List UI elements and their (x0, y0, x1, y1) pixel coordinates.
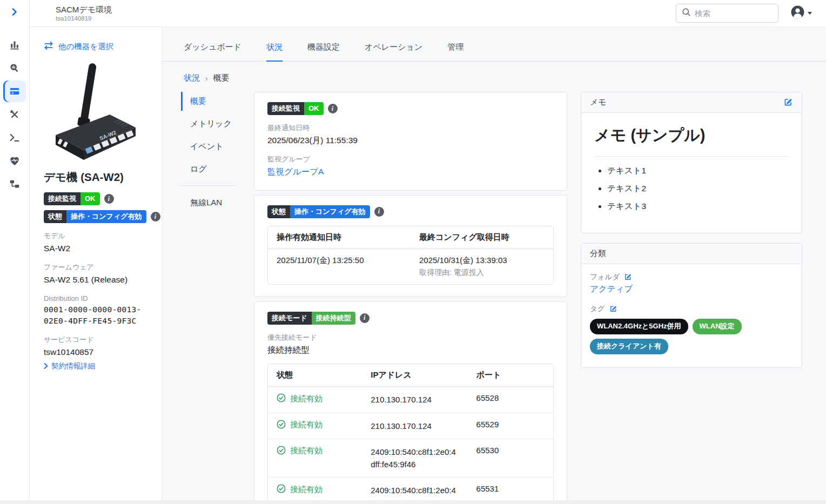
service-code-label: サービスコード (44, 335, 152, 345)
memo-list: テキスト1 テキスト2 テキスト3 (607, 165, 789, 212)
chevron-down-icon (808, 12, 812, 15)
breadcrumb-parent-link[interactable]: 状況 (184, 73, 200, 83)
monitor-group-link[interactable]: 監視グループA (267, 167, 324, 176)
preferred-mode-label: 優先接続モード (267, 333, 554, 342)
select-other-device-link[interactable]: 他の機器を選択 (44, 41, 152, 52)
rail-item-tools[interactable] (3, 104, 26, 125)
swap-icon (44, 41, 53, 52)
search-icon (682, 8, 691, 19)
device-card-icon (9, 85, 21, 97)
info-icon[interactable] (151, 212, 160, 221)
firmware-label: ファームウェア (44, 263, 152, 272)
subnav-wireless-lan[interactable]: 無線LAN (181, 193, 235, 212)
device-sidebar: 他の機器を選択 SA-W2 デモ機 (SA-W2) (30, 27, 162, 504)
edit-memo-icon[interactable] (783, 97, 793, 107)
edit-tags-icon[interactable] (609, 305, 617, 313)
info-icon[interactable] (328, 104, 338, 113)
col-operation-enabled-at: 操作有効通知日時 (268, 226, 411, 249)
rail-item-terminal[interactable] (3, 127, 26, 149)
connection-status: 接続有効 (277, 393, 353, 404)
ip-address: 210.130.170.124 (362, 387, 467, 413)
info-icon[interactable] (374, 207, 384, 217)
connection-table: 状態 IPアドレス ポート 接続有効 210.130.170.124 (267, 364, 554, 504)
expand-rail-icon[interactable] (11, 8, 18, 18)
connection-status: 接続有効 (277, 446, 353, 456)
user-menu[interactable] (790, 5, 812, 22)
tag-badge: WLAN設定 (693, 319, 742, 334)
user-avatar-icon (790, 5, 805, 22)
tag-label: タグ (590, 304, 605, 314)
tag-list: WLAN2.4GHzと5GHz併用 WLAN設定 接続クライアント有 (590, 319, 793, 354)
connection-status: 接続有効 (277, 484, 353, 495)
col-port: ポート (468, 364, 553, 387)
memo-title: メモ (590, 97, 607, 107)
subnav-logs[interactable]: ログ (181, 160, 235, 179)
connection-mode-card: 接続モード接続持続型 優先接続モード 接続持続型 状態 IPアドレス (254, 301, 567, 504)
table-row: 接続有効 210.130.170.124 65528 (268, 387, 553, 413)
search-input[interactable] (695, 9, 765, 18)
health-heart-icon (9, 155, 21, 167)
state-card: 状態操作・コンフィグ有効 操作有効通知日時 最終コンフィグ取得日時 (254, 195, 567, 297)
device-state-badge: 状態操作・コンフィグ有効 (44, 210, 146, 223)
search-report-icon (9, 62, 21, 74)
list-item: テキスト1 (607, 165, 789, 177)
classification-card: 分類 フォルダ アクティブ タグ (581, 243, 802, 368)
port: 65529 (468, 413, 553, 439)
rail-item-bar-chart[interactable] (3, 34, 26, 56)
tab-status[interactable]: 状況 (266, 42, 283, 62)
tab-admin[interactable]: 管理 (447, 42, 464, 62)
tag-badge: 接続クライアント有 (590, 339, 668, 354)
icon-rail (0, 0, 30, 504)
classification-title: 分類 (590, 248, 606, 259)
breadcrumb-current: 概要 (213, 73, 230, 83)
rail-item-health[interactable] (3, 150, 26, 172)
resource-tree-icon (9, 178, 21, 190)
subnav-overview[interactable]: 概要 (181, 92, 235, 111)
info-icon[interactable] (360, 313, 370, 323)
service-code-value: tsw10140857 (44, 346, 152, 358)
folder-active-link[interactable]: アクティブ (590, 284, 633, 293)
rail-item-resource-tree[interactable] (3, 173, 26, 195)
list-item: テキスト2 (607, 183, 789, 194)
monitoring-card: 接続監視OK 最終通知日時 2025/06/23(月) 11:55:39 監視グ… (254, 92, 567, 191)
device-name: デモ機 (SA-W2) (44, 170, 152, 185)
status-subnav: 概要 メトリック イベント ログ 無線LAN (181, 92, 235, 216)
memo-card: メモ メモ (サンプル) テキスト1 テキスト2 テキスト3 (581, 92, 802, 233)
table-row: 接続有効 2409:10:540:c8f1:2e0:4dff:fe45:9f46… (268, 439, 553, 478)
tools-icon (9, 109, 21, 120)
state-table: 操作有効通知日時 最終コンフィグ取得日時 2025/11/07(金) 13:25… (267, 226, 554, 285)
rail-item-devices[interactable] (3, 80, 26, 102)
monitoring-status-badge: 接続監視OK (44, 192, 100, 205)
folder-label: フォルダ (590, 272, 620, 282)
model-label: モデル (44, 231, 152, 241)
last-notify-label: 最終通知日時 (267, 123, 554, 133)
monitoring-badge: 接続監視OK (267, 102, 324, 115)
edit-folder-icon[interactable] (623, 273, 632, 281)
ip-address: 2409:10:540:c8f1:2e0:4dff:fe45:9f46 (362, 439, 467, 478)
model-value: SA-W2 (44, 243, 152, 254)
ip-address: 210.130.170.124 (362, 413, 467, 439)
subnav-events[interactable]: イベント (181, 137, 235, 156)
operation-enabled-at: 2025/11/07(金) 13:25:50 (268, 248, 411, 284)
tab-device-config[interactable]: 機器設定 (307, 42, 340, 62)
port: 65530 (468, 439, 553, 478)
distribution-id-label: Distribution ID (44, 294, 152, 303)
overview-column: 接続監視OK 最終通知日時 2025/06/23(月) 11:55:39 監視グ… (254, 92, 567, 504)
tab-bar: ダッシュボード 状況 機器設定 オペレーション 管理 (162, 27, 826, 62)
table-row: 2025/11/07(金) 13:25:50 2025/10/31(金) 13:… (268, 248, 553, 284)
subnav-metrics[interactable]: メトリック (181, 115, 235, 133)
firmware-value: SA-W2 5.61 (Release) (44, 274, 152, 286)
connection-status: 接続有効 (277, 420, 353, 431)
rail-item-search-report[interactable] (3, 57, 26, 79)
last-config-at: 2025/10/31(金) 13:39:03 取得理由: 電源投入 (411, 248, 553, 284)
top-header: SACMデモ環境 tsa10140819 (30, 0, 826, 27)
environment-title: SACMデモ環境 (56, 5, 112, 15)
subnav-divider (181, 185, 235, 186)
info-icon[interactable] (104, 194, 114, 204)
search-box[interactable] (676, 4, 778, 23)
tab-operation[interactable]: オペレーション (365, 42, 422, 62)
contract-detail-link[interactable]: 契約情報詳細 (44, 361, 152, 371)
preferred-mode-value: 接続持続型 (267, 344, 554, 356)
tab-dashboard[interactable]: ダッシュボード (184, 42, 241, 62)
last-notify-value: 2025/06/23(月) 11:55:39 (267, 135, 554, 146)
